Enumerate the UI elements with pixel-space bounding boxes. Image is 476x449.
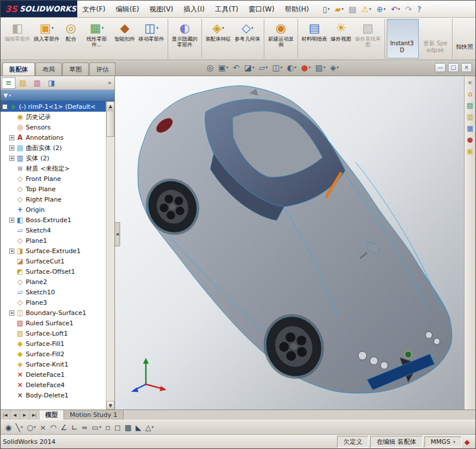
right-plane[interactable]: ◇ Right Plane [1,194,106,204]
expand-toggle[interactable]: + [9,135,14,140]
options-icon[interactable]: ⊕ ▾ [375,3,387,15]
menu-edit[interactable]: 编辑(E) [110,1,144,17]
solidworks-resources-icon[interactable]: ⌂ [468,90,473,98]
tab-evaluate[interactable]: 评估 [89,62,116,76]
go-first-button[interactable]: |◀ [1,410,10,420]
menu-insert[interactable]: 插入(I) [178,1,210,17]
sensors-folder[interactable]: ◎ Sensors [1,122,106,132]
go-last-button[interactable]: ▶| [30,410,39,420]
zoom-to-area-icon[interactable]: ▣ ▾ [217,62,229,73]
boundary-surface1[interactable]: + ◫ Boundary-Surface1 [1,308,106,318]
doc-close-button[interactable]: × [461,63,472,72]
undo-icon[interactable]: ↶ ▾ [389,3,402,15]
surface-knit1[interactable]: ◈ Surface-Knit1 [1,359,106,369]
surface-fill1[interactable]: ◆ Surface-Fill1 [1,338,106,349]
history-folder[interactable]: ◉ 历史记录 [1,112,106,122]
edit-appearance-icon[interactable]: ● ▾ [300,62,312,73]
fillet-tool-icon[interactable]: ◠ ▾ [50,423,56,432]
edit-component-button[interactable]: ◧ ▾ 编辑零部件 [3,19,32,58]
graphics-area[interactable]: ◀ [115,76,464,409]
mirror-tool-icon[interactable]: ◣ ▾ [136,423,141,432]
new-document-icon[interactable]: ▯ ▾ [321,3,331,15]
material-item[interactable]: ≡ 材质 <未指定> [1,163,106,174]
doc-minimize-button[interactable]: — [435,63,446,72]
point-tool-icon[interactable]: ◉ ▾ [5,423,11,432]
surface-loft1[interactable]: ▧ Surface-Loft1 [1,328,106,338]
panel-collapse-tab[interactable]: ◀ [115,222,120,246]
tab-assembly[interactable]: 装配体 [2,62,35,76]
linear-component-pattern-button[interactable]: ▦ ▾ 线性零部件... [81,19,113,58]
go-next-button[interactable]: ▶ [20,410,30,420]
rebuild-alert-icon[interactable]: ⚠ ▾ [360,3,373,15]
expand-toggle[interactable]: - [2,104,7,109]
assembly-features-button[interactable]: ◈ ▾ 装配体特征 [204,19,233,58]
reference-triad[interactable] [129,356,170,392]
menu-window[interactable]: 窗口(W) [243,1,279,17]
view-settings-icon[interactable]: ◈ ▾ [329,62,340,73]
tree-scrollbar[interactable]: ▲ ▼ [106,101,114,409]
design-library-icon[interactable]: ▤ [467,102,473,109]
smart-fasteners-button[interactable]: ◆ ▾ 智能扣件 [113,19,137,58]
scroll-down-button[interactable]: ▼ [106,401,114,409]
apply-scene-icon[interactable]: ▨ ▾ [314,62,327,73]
tab-layout[interactable]: 布局 [35,62,62,76]
display-style-icon[interactable]: ◫ ▾ [271,62,284,73]
menu-file[interactable]: 文件(F) [77,1,110,17]
boss-extrude1[interactable]: + ◧ Boss-Extrude1 [1,215,106,225]
section-view-icon[interactable]: ◪ ▾ [243,62,256,73]
zoom-fit-icon[interactable]: ◎ ▾ [205,62,215,73]
scroll-up-button[interactable]: ▲ [106,101,114,110]
featuremanager-tab[interactable]: ≡ [2,77,15,89]
deleteface4[interactable]: × DeleteFace4 [1,380,106,390]
instant3d-button[interactable]: ▾ Instant3D [387,19,419,58]
menu-help[interactable]: 帮助(H) [280,1,314,17]
move-component-button[interactable]: ◫ ▾ 移动零部件 [137,19,168,58]
plane1[interactable]: ◇ Plane1 [1,235,106,246]
file-explorer-icon[interactable]: ▥ [467,113,473,121]
go-previous-button[interactable]: ◀ [10,410,20,420]
collapse-task-pane-icon[interactable]: « [468,79,472,86]
sketch10[interactable]: ▱ Sketch10 [1,287,106,297]
tab-motion-study-1[interactable]: Motion Study 1 [64,410,124,420]
line-tool-icon[interactable]: ╲ ▾ [15,423,22,432]
perpendicular-tool-icon[interactable]: ∟ ▾ [71,423,77,432]
expand-toggle[interactable]: + [9,249,14,254]
new-motion-study-button[interactable]: ◉ ▾ 新建运动算例 [266,19,298,58]
slot-tool-icon[interactable]: ◻ ▾ [114,423,121,432]
previous-view-icon[interactable]: ↶ ▾ [232,62,241,73]
tab-sketch[interactable]: 草图 [62,62,89,76]
update-speedpak-button[interactable]: ▾ 更新 Speedpak [421,19,453,58]
explode-line-sketch-button[interactable]: ▧ ▾ 爆炸直线草图 [353,19,385,58]
surface-bodies-folder[interactable]: + ▤ 曲面实体 (2) [1,143,106,153]
hide-show-items-icon[interactable]: ◐ ▾ [286,62,298,73]
configurationmanager-tab[interactable]: ▥ [30,77,44,89]
mate-button[interactable]: ◎ ▾ 配合 [61,19,81,58]
doc-restore-button[interactable]: □ [448,63,459,72]
trim-entities-icon[interactable]: × ▾ [40,423,46,432]
panel-overflow-chevron[interactable]: » [108,79,112,86]
bill-of-materials-button[interactable]: ▤ ▾ 材料明细表 [300,19,329,58]
circle-tool-icon[interactable]: ○ ▾ [27,423,36,432]
ruled-surface1[interactable]: ▨ Ruled Surface1 [1,318,106,328]
expand-toggle[interactable]: + [9,145,14,151]
custom-properties-icon[interactable]: ▣ [467,148,473,155]
insert-components-button[interactable]: ▣ ▾ 插入零部件 [32,19,61,58]
deleteface1[interactable]: × DeleteFace1 [1,369,106,380]
assembly-root[interactable]: - ◈ (-) rimP-1<1> (Default< [1,101,106,112]
open-document-icon[interactable]: ▰ ▾ [333,3,345,15]
angle-tool-icon[interactable]: ∠ ▾ [61,423,68,432]
appearances-scenes-icon[interactable]: ● [467,136,473,144]
redo-icon[interactable]: ↷ ▾ [403,3,414,15]
show-hidden-components-button[interactable]: ◐ ▾ 显示隐藏的零部件 [170,19,202,58]
sketch4[interactable]: ▱ Sketch4 [1,225,106,235]
surface-extrude1[interactable]: + ◨ Surface-Extrude1 [1,246,106,256]
view-orientation-icon[interactable]: ▱ ▾ [257,62,268,73]
menu-view[interactable]: 视图(V) [144,1,178,17]
expand-toggle[interactable]: + [9,156,14,161]
solid-bodies-folder[interactable]: + ▥ 实体 (2) [1,153,106,163]
propertymanager-tab[interactable]: ▤ [16,77,30,89]
exploded-view-button[interactable]: ☀ ▾ 爆炸视图 [329,19,353,58]
view-palette-icon[interactable]: ▦ [467,125,473,132]
units-selector[interactable]: MMGS ▾ [425,436,462,447]
plane3[interactable]: ◇ Plane3 [1,297,106,308]
